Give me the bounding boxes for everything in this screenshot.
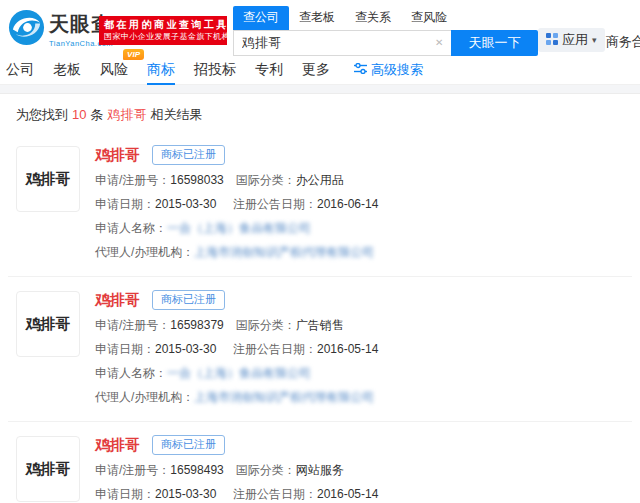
detail-row: 申请/注册号：16598379 国际分类：广告销售 <box>95 318 624 333</box>
reg-pub-date-label: 注册公告日期： <box>233 197 317 212</box>
apps-dropdown[interactable]: 应用 ▾ <box>538 28 605 52</box>
nav-item-company[interactable]: 公司 <box>6 55 34 85</box>
applicant-label: 申请人名称： <box>95 366 167 381</box>
summary-prefix: 为您找到 <box>16 107 68 122</box>
summary-suffix: 相关结果 <box>150 107 202 122</box>
trademark-info: 鸡排哥 商标已注册 申请/注册号：16598033 国际分类：办公用品 申请日期… <box>95 146 624 260</box>
reg-pub-date-value: 2016-05-14 <box>317 487 378 502</box>
vip-badge: VIP <box>123 49 144 60</box>
reg-pub-date-value: 2016-05-14 <box>317 342 378 357</box>
nav-item-trademark[interactable]: 商标 <box>147 55 175 85</box>
detail-row: 申请日期：2015-03-30 注册公告日期：2016-05-14 <box>95 487 624 502</box>
advanced-search-icon <box>354 62 367 77</box>
results-panel: 为您找到10条鸡排哥相关结果 鸡排哥 鸡排哥 商标已注册 申请/注册号：1659… <box>0 94 640 503</box>
advanced-search-label: 高级搜索 <box>371 61 423 79</box>
detail-row: 申请日期：2015-03-30 注册公告日期：2016-05-14 <box>95 342 624 357</box>
search-input[interactable] <box>233 30 451 56</box>
apply-date-value: 2015-03-30 <box>155 487 216 502</box>
slogan-banner: 都在用的商业查询工具 国家中小企业发展子基金旗下机构 <box>99 16 227 45</box>
nav-item-bidding[interactable]: 招投标 <box>194 55 236 85</box>
apply-date-label: 申请日期： <box>95 342 155 357</box>
agent-link-redacted[interactable]: 上海市润创知识产权代理有限公司 <box>194 390 374 405</box>
trademark-info: 鸡排哥 商标已注册 申请/注册号：16598493 国际分类：网站服务 申请日期… <box>95 436 624 503</box>
reg-no-value: 16598379 <box>170 318 223 333</box>
search-row: ✕ 天眼一下 <box>233 30 538 56</box>
search-tab-company[interactable]: 查公司 <box>233 6 289 30</box>
slogan-line1: 都在用的商业查询工具 <box>104 19 222 31</box>
search-tab-relation[interactable]: 查关系 <box>345 6 401 30</box>
intl-class-label: 国际分类： <box>236 173 296 188</box>
business-cooperation-link[interactable]: 商务合作 <box>606 33 640 51</box>
reg-pub-date-label: 注册公告日期： <box>233 342 317 357</box>
trademark-title-link[interactable]: 鸡排哥 <box>95 291 140 310</box>
apps-grid-icon <box>546 31 558 49</box>
trademark-info: 鸡排哥 商标已注册 申请/注册号：16598379 国际分类：广告销售 申请日期… <box>95 291 624 405</box>
reg-no-label: 申请/注册号： <box>95 173 170 188</box>
apply-date-label: 申请日期： <box>95 197 155 212</box>
trademark-image[interactable]: 鸡排哥 <box>16 146 80 212</box>
reg-no-label: 申请/注册号： <box>95 463 170 478</box>
status-badge: 商标已注册 <box>152 145 225 165</box>
tianyancha-logo[interactable]: 天眼查 TianYanCha.com <box>8 9 113 50</box>
header: 天眼查 TianYanCha.com 都在用的商业查询工具 国家中小企业发展子基… <box>0 0 640 55</box>
agent-link-redacted[interactable]: 上海市润创知识产权代理有限公司 <box>194 245 374 260</box>
summary-keyword: 鸡排哥 <box>107 107 146 122</box>
reg-pub-date-label: 注册公告日期： <box>233 487 317 502</box>
clear-search-icon[interactable]: ✕ <box>435 37 443 48</box>
detail-row: 代理人/办理机构：上海市润创知识产权代理有限公司 <box>95 390 624 405</box>
advanced-search-link[interactable]: 高级搜索 <box>354 61 423 79</box>
agent-label: 代理人/办理机构： <box>95 245 194 260</box>
intl-class-label: 国际分类： <box>236 463 296 478</box>
chevron-down-icon: ▾ <box>592 35 597 45</box>
agent-label: 代理人/办理机构： <box>95 390 194 405</box>
slogan-line2: 国家中小企业发展子基金旗下机构 <box>104 31 222 42</box>
apps-label: 应用 <box>562 31 588 49</box>
detail-row: 申请/注册号：16598033 国际分类：办公用品 <box>95 173 624 188</box>
nav-item-patent[interactable]: 专利 <box>255 55 283 85</box>
status-badge: 商标已注册 <box>152 435 225 455</box>
nav-item-boss[interactable]: 老板 <box>53 55 81 85</box>
intl-class-label: 国际分类： <box>236 318 296 333</box>
search-tabs: 查公司 查老板 查关系 查风险 <box>233 6 538 30</box>
category-nav: 公司 老板 风险 VIP 商标 招投标 专利 更多 高级搜索 <box>0 55 640 85</box>
applicant-label: 申请人名称： <box>95 221 167 236</box>
trademark-result-card: 鸡排哥 鸡排哥 商标已注册 申请/注册号：16598379 国际分类：广告销售 … <box>8 276 632 421</box>
nav-item-more[interactable]: 更多 <box>302 55 330 85</box>
trademark-result-card: 鸡排哥 鸡排哥 商标已注册 申请/注册号：16598033 国际分类：办公用品 … <box>8 132 632 276</box>
status-badge: 商标已注册 <box>152 290 225 310</box>
trademark-title-link[interactable]: 鸡排哥 <box>95 146 140 165</box>
reg-no-value: 16598033 <box>170 173 223 188</box>
trademark-title-link[interactable]: 鸡排哥 <box>95 436 140 455</box>
reg-no-value: 16598493 <box>170 463 223 478</box>
summary-unit: 条 <box>90 107 103 122</box>
trademark-image[interactable]: 鸡排哥 <box>16 436 80 502</box>
intl-class-value: 网站服务 <box>296 463 344 478</box>
divider <box>0 85 640 94</box>
apply-date-label: 申请日期： <box>95 487 155 502</box>
detail-row: 申请/注册号：16598493 国际分类：网站服务 <box>95 463 624 478</box>
intl-class-value: 广告销售 <box>296 318 344 333</box>
applicant-link-redacted[interactable]: 一合（上海）食品有限公司 <box>167 221 311 236</box>
search-tab-boss[interactable]: 查老板 <box>289 6 345 30</box>
apply-date-value: 2015-03-30 <box>155 197 216 212</box>
search-button[interactable]: 天眼一下 <box>451 30 538 56</box>
nav-item-risk[interactable]: 风险 VIP <box>100 55 128 85</box>
nav-item-risk-label: 风险 <box>100 61 128 77</box>
detail-row: 申请人名称：一合（上海）食品有限公司 <box>95 221 624 236</box>
trademark-result-card: 鸡排哥 鸡排哥 商标已注册 申请/注册号：16598493 国际分类：网站服务 … <box>8 421 632 503</box>
tianyancha-logo-icon <box>8 9 45 50</box>
apply-date-value: 2015-03-30 <box>155 342 216 357</box>
intl-class-value: 办公用品 <box>296 173 344 188</box>
detail-row: 代理人/办理机构：上海市润创知识产权代理有限公司 <box>95 245 624 260</box>
reg-no-label: 申请/注册号： <box>95 318 170 333</box>
results-summary: 为您找到10条鸡排哥相关结果 <box>0 94 640 132</box>
search-area: 查公司 查老板 查关系 查风险 ✕ 天眼一下 <box>233 6 538 56</box>
reg-pub-date-value: 2016-06-14 <box>317 197 378 212</box>
summary-count: 10 <box>72 107 86 122</box>
search-tab-risk[interactable]: 查风险 <box>401 6 457 30</box>
detail-row: 申请人名称：一合（上海）食品有限公司 <box>95 366 624 381</box>
applicant-link-redacted[interactable]: 一合（上海）食品有限公司 <box>167 366 311 381</box>
detail-row: 申请日期：2015-03-30 注册公告日期：2016-06-14 <box>95 197 624 212</box>
trademark-image[interactable]: 鸡排哥 <box>16 291 80 357</box>
